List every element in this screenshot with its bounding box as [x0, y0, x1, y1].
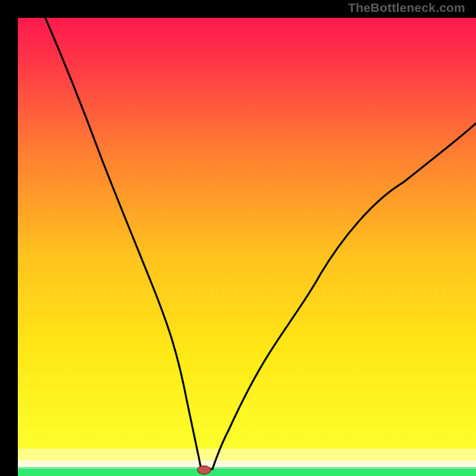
- gradient-band: [18, 18, 476, 449]
- cream-band: [18, 461, 476, 467]
- light-yellow-band: [18, 449, 476, 461]
- green-band-edge: [18, 467, 476, 469]
- watermark-text: TheBottleneck.com: [348, 1, 465, 15]
- chart-frame: [9, 9, 467, 467]
- bottleneck-chart: [18, 18, 476, 476]
- optimum-marker: [198, 466, 211, 474]
